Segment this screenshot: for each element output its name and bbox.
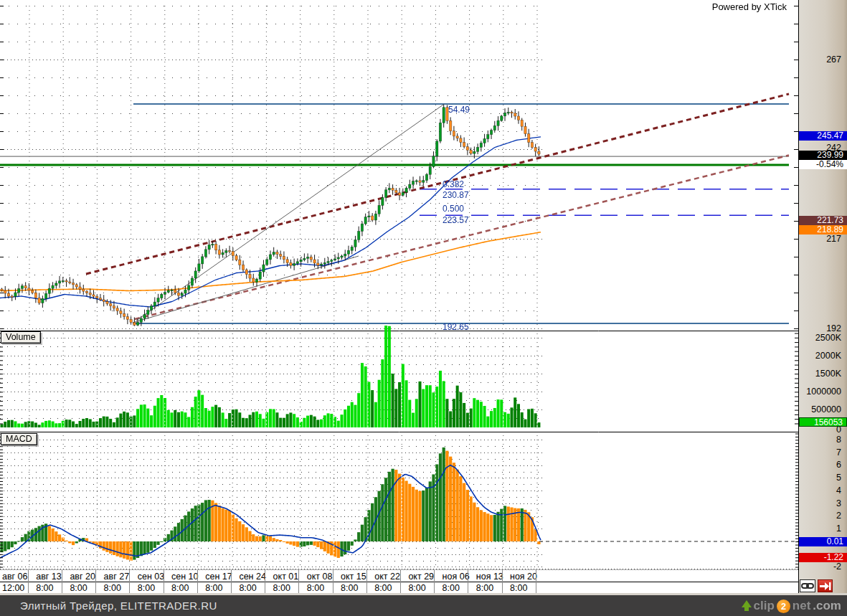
time-label: 8:00 — [205, 583, 222, 593]
axis-tick-label: 267 — [826, 55, 841, 65]
axis-value-badge: 245.47 — [799, 131, 847, 141]
time-label: 8:00 — [70, 583, 87, 593]
time-axis[interactable]: авг 06авг 13авг 20авг 27сен 03сен 10сен … — [0, 569, 798, 594]
volume-pane-label[interactable]: Volume — [1, 331, 41, 343]
time-labels-row: 12:008:008:008:008:008:008:008:008:008:0… — [0, 582, 798, 594]
date-label: ноя 20 — [510, 572, 537, 582]
date-labels-row: авг 06авг 13авг 20авг 27сен 03сен 10сен … — [0, 571, 798, 582]
time-label: 8:00 — [307, 583, 324, 593]
macd-pane-label[interactable]: MACD — [1, 433, 37, 445]
axis-value-badge: -0.54% — [799, 160, 847, 169]
time-axis-separator — [231, 570, 232, 594]
time-label: 8:00 — [408, 583, 425, 593]
peak-price-annotation: 54.49 — [448, 105, 470, 115]
time-axis-separator — [400, 570, 401, 594]
date-label: окт 29 — [408, 572, 434, 582]
time-axis-separator — [265, 570, 265, 594]
axis-tick-label: -2 — [833, 561, 841, 572]
time-axis-separator — [434, 570, 435, 594]
axis-tick-label: 500000 — [811, 404, 841, 414]
date-label: сен 24 — [239, 572, 265, 582]
xtick-chart-window: Volume MACD 54.49 0.382 230.87 0.500 223… — [0, 0, 847, 616]
clip2net-brand-post: net — [792, 599, 811, 613]
axis-tick-label: 217 — [826, 234, 841, 244]
time-axis-separator — [197, 570, 198, 594]
time-label: 8:00 — [36, 583, 53, 593]
time-axis-separator — [468, 570, 468, 594]
upload-arrow-icon — [742, 600, 752, 607]
axis-tick-label: 192 — [826, 323, 841, 333]
axis-tick-label: 3 — [836, 498, 841, 508]
fib-382-ratio-label: 0.382 — [443, 179, 464, 189]
time-axis-separator — [502, 570, 503, 594]
time-axis-separator — [95, 570, 96, 594]
time-label: 8:00 — [443, 583, 460, 593]
clip2net-brand-pre: clip — [754, 599, 775, 613]
chain-link-icon — [800, 582, 815, 594]
time-axis-separator — [333, 570, 333, 594]
date-label: сен 10 — [171, 572, 198, 582]
chart-plot-area[interactable] — [0, 0, 798, 570]
clip2net-link-button[interactable] — [800, 579, 815, 592]
time-axis-separator — [129, 570, 130, 594]
axis-tick-label: 2000K — [815, 351, 841, 361]
arrow-to-bar-icon — [818, 582, 832, 594]
date-label: окт 22 — [374, 572, 400, 582]
date-label: авг 13 — [36, 572, 62, 582]
status-bar-text: Элитный Трейдер, ELITETRADER.RU — [20, 600, 217, 612]
date-label: авг 20 — [70, 572, 95, 582]
axis-tick-label: 4 — [836, 485, 841, 496]
axis-tick-label: 1000000 — [806, 387, 841, 397]
clip2net-watermark-link[interactable]: clip 2 net .com — [742, 597, 841, 615]
time-axis-separator — [28, 570, 29, 594]
status-bar: Элитный Трейдер, ELITETRADER.RU clip 2 n… — [0, 595, 847, 616]
time-axis-separator — [62, 570, 62, 594]
fib-500-ratio-label: 0.500 — [443, 204, 464, 214]
time-label: 8:00 — [510, 583, 527, 593]
fib-500-price-label: 223.57 — [443, 215, 469, 225]
time-axis-separator — [366, 570, 367, 594]
time-label: 8:00 — [104, 583, 121, 593]
date-label: ноя 13 — [476, 572, 503, 582]
low-price-annotation: 192.65 — [443, 322, 469, 332]
date-label: окт 01 — [273, 572, 299, 582]
time-label: 8:00 — [341, 583, 358, 593]
axis-tick-label: 1500K — [815, 369, 841, 379]
date-label: авг 06 — [2, 572, 28, 582]
fib-382-price-label: 230.87 — [443, 190, 469, 200]
axis-value-badge: -1.22 — [799, 553, 847, 562]
date-label: сен 17 — [205, 572, 232, 582]
axis-tick-label: 7 — [836, 447, 841, 458]
date-label: авг 27 — [104, 572, 130, 582]
time-label: 12:00 — [2, 583, 24, 593]
right-price-axis[interactable]: 2672422171922500K2000K1500K1000000500000… — [799, 0, 847, 595]
time-label: 8:00 — [273, 583, 290, 593]
axis-value-badge: 0.01 — [799, 537, 847, 546]
time-axis-separator — [164, 570, 164, 594]
date-label: окт 08 — [307, 572, 333, 582]
time-label: 8:00 — [239, 583, 256, 593]
time-label: 8:00 — [374, 583, 392, 593]
axis-value-badge: 156053 — [799, 417, 847, 427]
axis-value-badge: 218.89 — [799, 225, 847, 234]
clip2net-brand-num: 2 — [777, 600, 790, 613]
time-axis-separator — [298, 570, 299, 594]
axis-tick-label: 6 — [836, 460, 841, 470]
axis-tick-label: 8 — [836, 435, 841, 445]
date-label: окт 15 — [341, 572, 366, 582]
clip2net-brand-tld: .com — [813, 599, 841, 613]
powered-by-label: Powered by XTick — [712, 1, 787, 12]
time-label: 8:00 — [476, 583, 493, 593]
date-label: ноя 06 — [443, 572, 470, 582]
time-label: 8:00 — [171, 583, 189, 593]
time-axis-separator — [536, 570, 536, 594]
date-label: сен 03 — [138, 572, 164, 582]
axis-tick-label: 5 — [836, 473, 841, 483]
axis-tick-label: 2 — [836, 511, 841, 521]
axis-tick-label: 2500K — [815, 333, 841, 343]
clip2net-send-button[interactable] — [818, 579, 833, 592]
time-label: 8:00 — [138, 583, 155, 593]
axis-tick-label: 1 — [836, 523, 841, 534]
